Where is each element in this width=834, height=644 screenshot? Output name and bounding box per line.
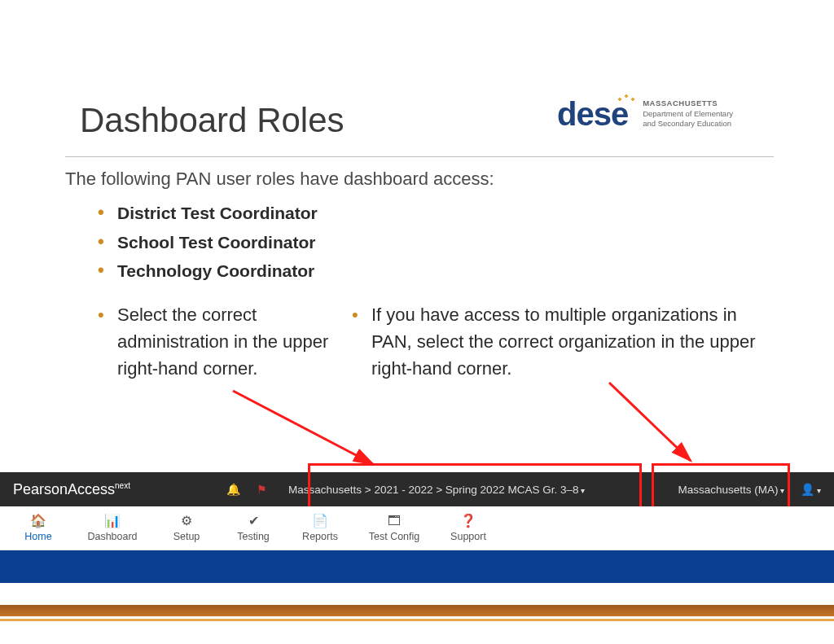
instruction-left: Select the correct administration in the… — [98, 301, 342, 382]
roles-list: District Test Coordinator School Test Co… — [98, 199, 318, 286]
svg-line-0 — [233, 391, 373, 464]
nav-label: Support — [450, 531, 486, 542]
check-icon: ✔ — [225, 515, 282, 528]
help-icon: ❓ — [440, 515, 497, 528]
intro-text: The following PAN user roles have dashbo… — [65, 169, 494, 190]
user-menu-icon[interactable]: 👤 — [801, 483, 821, 496]
nav-label: Dashboard — [87, 531, 137, 542]
nav-test-config[interactable]: 🗔 Test Config — [358, 515, 430, 542]
gear-icon: ⚙ — [158, 515, 215, 528]
nav-label: Test Config — [369, 531, 420, 542]
orange-accent — [0, 605, 834, 616]
slide-title: Dashboard Roles — [80, 101, 345, 140]
nav-setup[interactable]: ⚙ Setup — [158, 515, 215, 542]
pan-brand: PearsonAccessnext — [13, 481, 130, 498]
nav-label: Reports — [302, 531, 338, 542]
dashboard-icon: 📊 — [77, 515, 148, 528]
instruction-left-text: Select the correct administration in the… — [98, 301, 342, 382]
nav-label: Setup — [173, 531, 200, 542]
orange-accent-thin — [0, 619, 834, 621]
logo-tagline-1: MASSACHUSETTS — [643, 99, 733, 108]
flag-icon[interactable]: ⚑ — [257, 483, 267, 496]
dese-logo: dese MASSACHUSETTS Department of Element… — [557, 90, 793, 138]
reports-icon: 📄 — [292, 515, 349, 528]
nav-support[interactable]: ❓ Support — [440, 515, 497, 542]
role-item: School Test Coordinator — [98, 228, 318, 257]
nav-dashboard[interactable]: 📊 Dashboard — [77, 515, 148, 542]
logo-tagline-2: Department of Elementary — [643, 109, 733, 119]
nav-testing[interactable]: ✔ Testing — [225, 515, 282, 542]
instruction-right: If you have access to multiple organizat… — [352, 301, 767, 382]
title-divider — [65, 156, 774, 157]
pan-top-bar: PearsonAccessnext 🔔 ⚑ Massachusetts > 20… — [0, 472, 834, 506]
org-selector[interactable]: Massachusetts (MA) — [678, 484, 784, 496]
nav-label: Testing — [237, 531, 270, 542]
nav-reports[interactable]: 📄 Reports — [292, 515, 349, 542]
pan-brand-main: PearsonAccess — [13, 481, 115, 497]
nav-label: Home — [24, 531, 51, 542]
pan-brand-sup: next — [115, 481, 130, 490]
admin-selector[interactable]: Massachusetts > 2021 - 2022 > Spring 202… — [282, 484, 671, 496]
pan-nav: 🏠 Home 📊 Dashboard ⚙ Setup ✔ Testing 📄 R… — [0, 506, 834, 550]
svg-line-1 — [609, 383, 691, 461]
blue-band — [0, 550, 834, 583]
logo-tagline-3: and Secondary Education — [643, 119, 733, 129]
nav-home[interactable]: 🏠 Home — [10, 515, 67, 542]
role-item: District Test Coordinator — [98, 199, 318, 228]
role-item: Technology Coordinator — [98, 256, 318, 286]
config-icon: 🗔 — [358, 515, 430, 528]
home-icon: 🏠 — [10, 515, 67, 528]
bell-icon[interactable]: 🔔 — [226, 483, 240, 496]
logo-brand: dese — [557, 96, 628, 133]
instruction-right-text: If you have access to multiple organizat… — [352, 301, 767, 382]
